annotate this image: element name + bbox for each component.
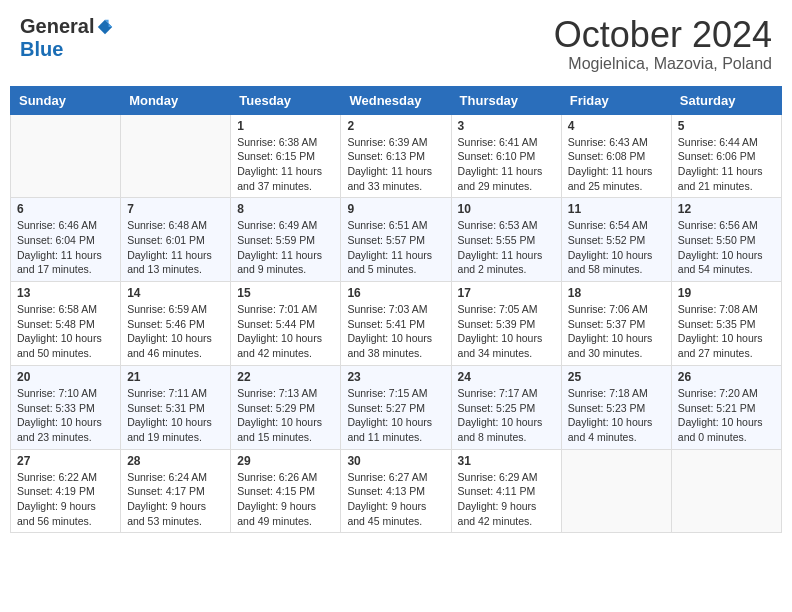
calendar-week-row: 13Sunrise: 6:58 AMSunset: 5:48 PMDayligh… xyxy=(11,282,782,366)
day-number: 15 xyxy=(237,286,334,300)
logo: General Blue xyxy=(20,15,114,61)
day-info: Sunrise: 6:41 AMSunset: 6:10 PMDaylight:… xyxy=(458,135,555,194)
day-info: Sunrise: 7:01 AMSunset: 5:44 PMDaylight:… xyxy=(237,302,334,361)
calendar-day-cell: 31Sunrise: 6:29 AMSunset: 4:11 PMDayligh… xyxy=(451,449,561,533)
day-info: Sunrise: 6:22 AMSunset: 4:19 PMDaylight:… xyxy=(17,470,114,529)
day-number: 7 xyxy=(127,202,224,216)
calendar-day-cell: 30Sunrise: 6:27 AMSunset: 4:13 PMDayligh… xyxy=(341,449,451,533)
day-info: Sunrise: 6:53 AMSunset: 5:55 PMDaylight:… xyxy=(458,218,555,277)
calendar-day-cell: 17Sunrise: 7:05 AMSunset: 5:39 PMDayligh… xyxy=(451,282,561,366)
day-info: Sunrise: 6:46 AMSunset: 6:04 PMDaylight:… xyxy=(17,218,114,277)
day-info: Sunrise: 7:06 AMSunset: 5:37 PMDaylight:… xyxy=(568,302,665,361)
calendar-day-header: Monday xyxy=(121,86,231,114)
day-number: 3 xyxy=(458,119,555,133)
calendar-day-cell: 28Sunrise: 6:24 AMSunset: 4:17 PMDayligh… xyxy=(121,449,231,533)
day-number: 26 xyxy=(678,370,775,384)
calendar-day-cell: 18Sunrise: 7:06 AMSunset: 5:37 PMDayligh… xyxy=(561,282,671,366)
day-info: Sunrise: 6:44 AMSunset: 6:06 PMDaylight:… xyxy=(678,135,775,194)
day-info: Sunrise: 7:05 AMSunset: 5:39 PMDaylight:… xyxy=(458,302,555,361)
day-number: 21 xyxy=(127,370,224,384)
day-number: 29 xyxy=(237,454,334,468)
calendar-day-cell: 24Sunrise: 7:17 AMSunset: 5:25 PMDayligh… xyxy=(451,365,561,449)
title-block: October 2024 Mogielnica, Mazovia, Poland xyxy=(554,15,772,73)
day-number: 9 xyxy=(347,202,444,216)
logo-general-text: General xyxy=(20,15,94,38)
day-number: 1 xyxy=(237,119,334,133)
logo-blue-text: Blue xyxy=(20,38,63,61)
day-number: 23 xyxy=(347,370,444,384)
page-header: General Blue October 2024 Mogielnica, Ma… xyxy=(10,10,782,78)
calendar-day-cell: 13Sunrise: 6:58 AMSunset: 5:48 PMDayligh… xyxy=(11,282,121,366)
day-info: Sunrise: 7:15 AMSunset: 5:27 PMDaylight:… xyxy=(347,386,444,445)
calendar-day-cell xyxy=(11,114,121,198)
day-number: 8 xyxy=(237,202,334,216)
day-info: Sunrise: 6:58 AMSunset: 5:48 PMDaylight:… xyxy=(17,302,114,361)
day-number: 12 xyxy=(678,202,775,216)
day-info: Sunrise: 7:18 AMSunset: 5:23 PMDaylight:… xyxy=(568,386,665,445)
day-info: Sunrise: 6:48 AMSunset: 6:01 PMDaylight:… xyxy=(127,218,224,277)
calendar-day-cell: 14Sunrise: 6:59 AMSunset: 5:46 PMDayligh… xyxy=(121,282,231,366)
logo-icon xyxy=(96,18,114,36)
location-text: Mogielnica, Mazovia, Poland xyxy=(554,55,772,73)
calendar-day-cell: 2Sunrise: 6:39 AMSunset: 6:13 PMDaylight… xyxy=(341,114,451,198)
calendar-day-cell: 9Sunrise: 6:51 AMSunset: 5:57 PMDaylight… xyxy=(341,198,451,282)
day-number: 24 xyxy=(458,370,555,384)
calendar-day-cell: 25Sunrise: 7:18 AMSunset: 5:23 PMDayligh… xyxy=(561,365,671,449)
day-number: 13 xyxy=(17,286,114,300)
calendar-day-cell xyxy=(121,114,231,198)
day-info: Sunrise: 6:24 AMSunset: 4:17 PMDaylight:… xyxy=(127,470,224,529)
calendar-week-row: 27Sunrise: 6:22 AMSunset: 4:19 PMDayligh… xyxy=(11,449,782,533)
calendar-day-cell: 5Sunrise: 6:44 AMSunset: 6:06 PMDaylight… xyxy=(671,114,781,198)
calendar-day-cell xyxy=(561,449,671,533)
day-info: Sunrise: 6:26 AMSunset: 4:15 PMDaylight:… xyxy=(237,470,334,529)
calendar-day-cell xyxy=(671,449,781,533)
calendar-day-header: Sunday xyxy=(11,86,121,114)
calendar-day-cell: 27Sunrise: 6:22 AMSunset: 4:19 PMDayligh… xyxy=(11,449,121,533)
calendar-day-cell: 23Sunrise: 7:15 AMSunset: 5:27 PMDayligh… xyxy=(341,365,451,449)
day-number: 6 xyxy=(17,202,114,216)
calendar-day-cell: 4Sunrise: 6:43 AMSunset: 6:08 PMDaylight… xyxy=(561,114,671,198)
day-info: Sunrise: 7:13 AMSunset: 5:29 PMDaylight:… xyxy=(237,386,334,445)
calendar-day-cell: 12Sunrise: 6:56 AMSunset: 5:50 PMDayligh… xyxy=(671,198,781,282)
day-info: Sunrise: 6:27 AMSunset: 4:13 PMDaylight:… xyxy=(347,470,444,529)
day-number: 19 xyxy=(678,286,775,300)
calendar-day-cell: 20Sunrise: 7:10 AMSunset: 5:33 PMDayligh… xyxy=(11,365,121,449)
day-info: Sunrise: 6:43 AMSunset: 6:08 PMDaylight:… xyxy=(568,135,665,194)
day-number: 28 xyxy=(127,454,224,468)
calendar-day-cell: 19Sunrise: 7:08 AMSunset: 5:35 PMDayligh… xyxy=(671,282,781,366)
calendar-day-header: Tuesday xyxy=(231,86,341,114)
calendar-header-row: SundayMondayTuesdayWednesdayThursdayFrid… xyxy=(11,86,782,114)
day-number: 11 xyxy=(568,202,665,216)
calendar-day-cell: 22Sunrise: 7:13 AMSunset: 5:29 PMDayligh… xyxy=(231,365,341,449)
calendar-day-cell: 8Sunrise: 6:49 AMSunset: 5:59 PMDaylight… xyxy=(231,198,341,282)
calendar-day-cell: 15Sunrise: 7:01 AMSunset: 5:44 PMDayligh… xyxy=(231,282,341,366)
day-number: 10 xyxy=(458,202,555,216)
day-info: Sunrise: 7:03 AMSunset: 5:41 PMDaylight:… xyxy=(347,302,444,361)
calendar-day-header: Thursday xyxy=(451,86,561,114)
calendar-day-header: Friday xyxy=(561,86,671,114)
day-info: Sunrise: 6:29 AMSunset: 4:11 PMDaylight:… xyxy=(458,470,555,529)
calendar-day-cell: 10Sunrise: 6:53 AMSunset: 5:55 PMDayligh… xyxy=(451,198,561,282)
day-info: Sunrise: 6:56 AMSunset: 5:50 PMDaylight:… xyxy=(678,218,775,277)
calendar-day-cell: 16Sunrise: 7:03 AMSunset: 5:41 PMDayligh… xyxy=(341,282,451,366)
calendar-table: SundayMondayTuesdayWednesdayThursdayFrid… xyxy=(10,86,782,534)
day-info: Sunrise: 6:38 AMSunset: 6:15 PMDaylight:… xyxy=(237,135,334,194)
day-info: Sunrise: 6:49 AMSunset: 5:59 PMDaylight:… xyxy=(237,218,334,277)
calendar-day-header: Saturday xyxy=(671,86,781,114)
calendar-day-cell: 6Sunrise: 6:46 AMSunset: 6:04 PMDaylight… xyxy=(11,198,121,282)
calendar-week-row: 20Sunrise: 7:10 AMSunset: 5:33 PMDayligh… xyxy=(11,365,782,449)
day-info: Sunrise: 6:59 AMSunset: 5:46 PMDaylight:… xyxy=(127,302,224,361)
calendar-day-cell: 3Sunrise: 6:41 AMSunset: 6:10 PMDaylight… xyxy=(451,114,561,198)
day-number: 5 xyxy=(678,119,775,133)
day-number: 17 xyxy=(458,286,555,300)
day-info: Sunrise: 7:08 AMSunset: 5:35 PMDaylight:… xyxy=(678,302,775,361)
calendar-day-cell: 26Sunrise: 7:20 AMSunset: 5:21 PMDayligh… xyxy=(671,365,781,449)
month-title: October 2024 xyxy=(554,15,772,55)
day-info: Sunrise: 6:39 AMSunset: 6:13 PMDaylight:… xyxy=(347,135,444,194)
calendar-day-header: Wednesday xyxy=(341,86,451,114)
day-number: 22 xyxy=(237,370,334,384)
day-number: 25 xyxy=(568,370,665,384)
day-number: 18 xyxy=(568,286,665,300)
day-number: 2 xyxy=(347,119,444,133)
day-number: 27 xyxy=(17,454,114,468)
